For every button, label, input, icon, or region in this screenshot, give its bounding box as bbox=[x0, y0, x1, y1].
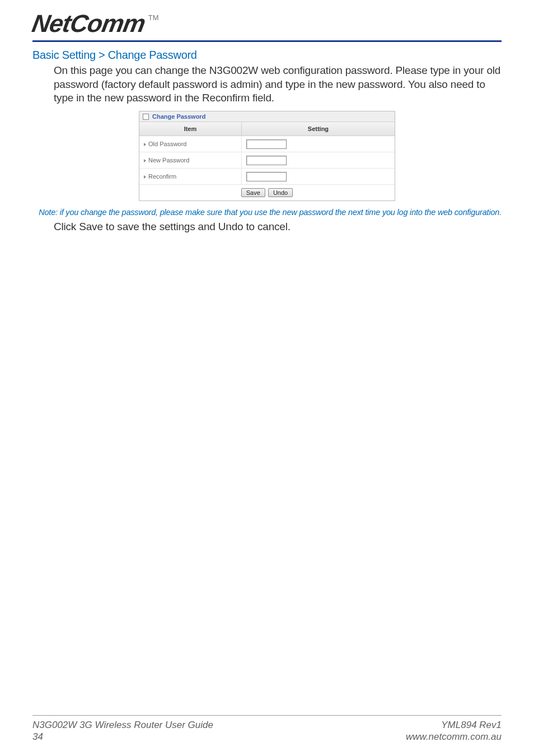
label-reconfirm: Reconfirm bbox=[148, 173, 176, 180]
note-text: Note: if you change the password, please… bbox=[32, 208, 502, 217]
triangle-icon bbox=[144, 175, 146, 179]
undo-button[interactable]: Undo bbox=[268, 188, 293, 197]
label-new-password: New Password bbox=[148, 157, 189, 164]
config-screenshot: Change Password Item Setting Old Passwor… bbox=[32, 111, 502, 201]
save-button[interactable]: Save bbox=[241, 188, 265, 197]
trademark-symbol: TM bbox=[148, 13, 159, 22]
footer-guide-title: N3G002W 3G Wireless Router User Guide bbox=[32, 719, 213, 731]
intro-paragraph: On this page you can change the N3G002W … bbox=[54, 64, 502, 105]
panel-header: Change Password bbox=[139, 111, 395, 122]
footer-url: www.netcomm.com.au bbox=[406, 731, 502, 743]
logo-text: NetComm bbox=[30, 11, 147, 36]
section-heading: Basic Setting > Change Password bbox=[32, 49, 502, 62]
panel-icon bbox=[143, 114, 149, 120]
input-reconfirm[interactable] bbox=[246, 172, 287, 181]
row-old-password: Old Password bbox=[139, 136, 395, 152]
row-new-password: New Password bbox=[139, 152, 395, 169]
page-footer: N3G002W 3G Wireless Router User Guide 34… bbox=[32, 715, 502, 743]
closing-paragraph: Click Save to save the settings and Undo… bbox=[54, 220, 502, 234]
column-header-item: Item bbox=[139, 122, 241, 136]
input-new-password[interactable] bbox=[246, 156, 287, 165]
footer-divider bbox=[32, 715, 502, 716]
input-old-password[interactable] bbox=[246, 139, 287, 149]
label-old-password: Old Password bbox=[148, 141, 186, 147]
panel-title: Change Password bbox=[152, 113, 205, 120]
header-divider bbox=[32, 40, 502, 42]
triangle-icon bbox=[144, 143, 146, 146]
brand-logo: NetComm TM bbox=[32, 11, 502, 36]
footer-page-number: 34 bbox=[32, 731, 213, 743]
row-reconfirm: Reconfirm bbox=[139, 169, 395, 185]
footer-revision: YML894 Rev1 bbox=[406, 719, 502, 731]
triangle-icon bbox=[144, 159, 146, 162]
column-header-setting: Setting bbox=[241, 122, 395, 136]
